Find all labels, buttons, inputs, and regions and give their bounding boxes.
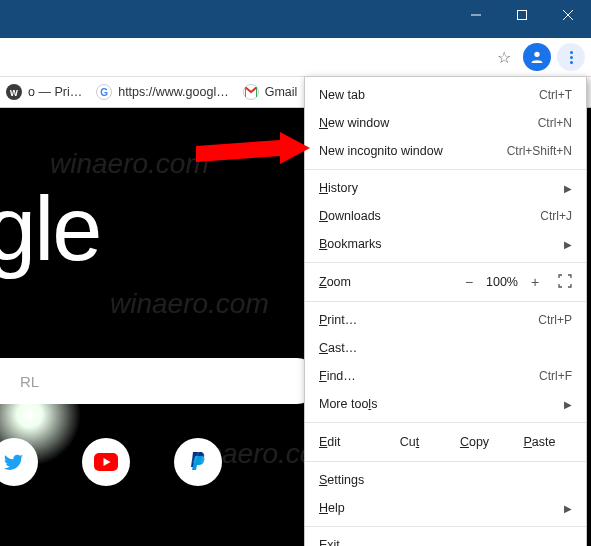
profile-avatar-button[interactable] <box>523 43 551 71</box>
menu-label: Print… <box>319 313 538 327</box>
bookmark-label: https://www.googl… <box>118 85 228 99</box>
menu-shortcut: Ctrl+Shift+N <box>507 144 572 158</box>
shortcut-row <box>0 438 222 486</box>
window-titlebar <box>0 0 591 38</box>
menu-label: New window <box>319 116 538 130</box>
menu-label: More tools <box>319 397 558 411</box>
shortcut-twitter[interactable] <box>0 438 38 486</box>
menu-find[interactable]: Find… Ctrl+F <box>305 362 586 390</box>
chevron-right-icon: ▶ <box>564 399 572 410</box>
menu-label: New tab <box>319 88 539 102</box>
svg-point-4 <box>534 52 539 57</box>
menu-label: Edit <box>319 435 377 449</box>
menu-label: Find… <box>319 369 539 383</box>
google-search-input[interactable]: RL <box>0 358 320 404</box>
gmail-icon <box>243 84 259 100</box>
menu-shortcut: Ctrl+P <box>538 313 572 327</box>
menu-new-tab[interactable]: New tab Ctrl+T <box>305 81 586 109</box>
chevron-right-icon: ▶ <box>564 503 572 514</box>
zoom-out-button[interactable]: − <box>458 274 480 290</box>
menu-downloads[interactable]: Downloads Ctrl+J <box>305 202 586 230</box>
menu-label: Zoom <box>319 275 458 289</box>
menu-history[interactable]: History ▶ <box>305 174 586 202</box>
menu-label: History <box>319 181 558 195</box>
google-logo: oogle <box>0 178 100 281</box>
menu-help[interactable]: Help ▶ <box>305 494 586 522</box>
menu-separator <box>305 262 586 263</box>
menu-separator <box>305 526 586 527</box>
menu-label: New incognito window <box>319 144 507 158</box>
paste-button[interactable]: Paste <box>507 435 572 449</box>
menu-settings[interactable]: Settings <box>305 466 586 494</box>
chevron-right-icon: ▶ <box>564 239 572 250</box>
menu-new-window[interactable]: New window Ctrl+N <box>305 109 586 137</box>
menu-label: Exit <box>319 538 572 546</box>
cut-button[interactable]: Cut <box>377 435 442 449</box>
menu-separator <box>305 422 586 423</box>
chevron-right-icon: ▶ <box>564 183 572 194</box>
bookmark-star-icon[interactable]: ☆ <box>489 42 519 72</box>
bookmark-label: o — Pri… <box>28 85 82 99</box>
menu-print[interactable]: Print… Ctrl+P <box>305 306 586 334</box>
watermark: winaero.com <box>110 288 269 320</box>
menu-label: Downloads <box>319 209 540 223</box>
menu-shortcut: Ctrl+J <box>540 209 572 223</box>
search-placeholder: RL <box>20 373 39 390</box>
menu-more-tools[interactable]: More tools ▶ <box>305 390 586 418</box>
menu-exit[interactable]: Exit <box>305 531 586 546</box>
zoom-value: 100% <box>480 275 524 289</box>
watermark: winaero.com <box>50 148 209 180</box>
menu-label: Help <box>319 501 558 515</box>
menu-shortcut: Ctrl+F <box>539 369 572 383</box>
favicon-icon: w <box>6 84 22 100</box>
menu-label: Bookmarks <box>319 237 558 251</box>
menu-zoom-row: Zoom − 100% + <box>305 267 586 297</box>
menu-bookmarks[interactable]: Bookmarks ▶ <box>305 230 586 258</box>
favicon-icon: G <box>96 84 112 100</box>
menu-separator <box>305 461 586 462</box>
menu-label: Cast… <box>319 341 572 355</box>
maximize-button[interactable] <box>499 0 545 30</box>
shortcut-paypal[interactable] <box>174 438 222 486</box>
minimize-button[interactable] <box>453 0 499 30</box>
zoom-in-button[interactable]: + <box>524 274 546 290</box>
menu-edit-row: Edit Cut Copy Paste <box>305 427 586 457</box>
menu-label: Settings <box>319 473 572 487</box>
bookmark-label: Gmail <box>265 85 298 99</box>
address-bar[interactable] <box>0 42 489 72</box>
menu-new-incognito-window[interactable]: New incognito window Ctrl+Shift+N <box>305 137 586 165</box>
close-button[interactable] <box>545 0 591 30</box>
menu-separator <box>305 169 586 170</box>
bookmark-item-winaero[interactable]: w o — Pri… <box>6 84 82 100</box>
shortcut-youtube[interactable] <box>82 438 130 486</box>
copy-button[interactable]: Copy <box>442 435 507 449</box>
menu-separator <box>305 301 586 302</box>
bookmark-item-google[interactable]: G https://www.googl… <box>96 84 228 100</box>
fullscreen-icon[interactable] <box>558 274 572 291</box>
menu-shortcut: Ctrl+T <box>539 88 572 102</box>
chrome-menu-button[interactable] <box>557 43 585 71</box>
menu-cast[interactable]: Cast… <box>305 334 586 362</box>
svg-rect-1 <box>518 11 527 20</box>
menu-shortcut: Ctrl+N <box>538 116 572 130</box>
bookmark-item-gmail[interactable]: Gmail <box>243 84 298 100</box>
chrome-menu: New tab Ctrl+T New window Ctrl+N New inc… <box>304 76 587 546</box>
toolbar: ☆ <box>0 38 591 76</box>
